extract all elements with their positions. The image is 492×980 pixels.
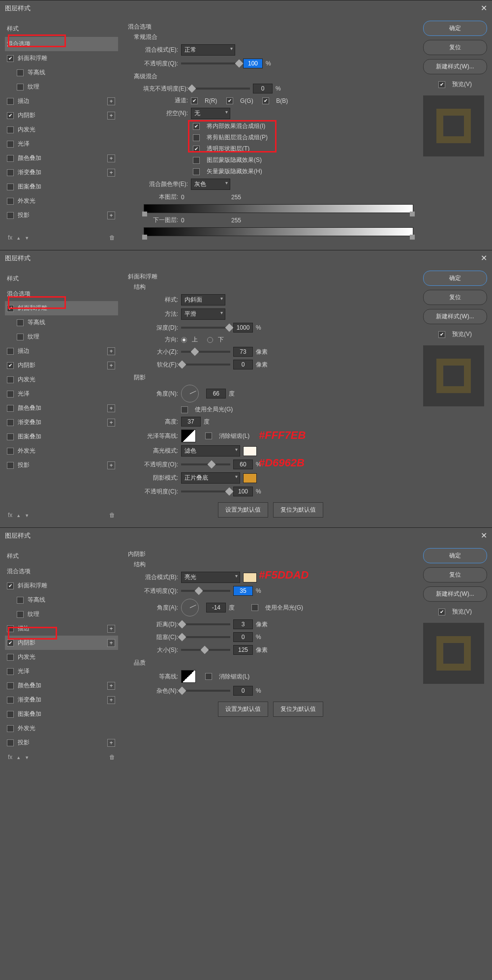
checkbox-icon[interactable] <box>7 305 14 312</box>
checkbox-icon[interactable] <box>17 84 24 91</box>
new-style-button[interactable]: 新建样式(W)... <box>423 309 487 324</box>
ok-button[interactable]: 确定 <box>423 21 487 36</box>
style-bevel[interactable]: 斜面和浮雕 <box>5 51 118 65</box>
style-satin[interactable]: 光泽 <box>5 664 118 678</box>
add-icon[interactable]: + <box>107 97 115 105</box>
close-icon[interactable]: ✕ <box>481 253 487 263</box>
style-pattern-overlay[interactable]: 图案叠加 <box>5 707 118 721</box>
opacity-value[interactable]: 100 <box>243 59 263 68</box>
blend-if-select[interactable]: 灰色 <box>191 179 230 190</box>
soften-slider[interactable] <box>181 364 230 366</box>
style-inner-shadow[interactable]: 内阴影+ <box>5 636 118 650</box>
style-drop-shadow[interactable]: 投影+ <box>5 735 118 750</box>
add-icon[interactable]: + <box>107 639 115 647</box>
preview-checkbox[interactable] <box>438 609 445 615</box>
close-icon[interactable]: ✕ <box>481 3 487 13</box>
opacity-slider[interactable] <box>181 590 230 592</box>
style-contour[interactable]: 等高线 <box>5 593 118 607</box>
move-down-icon[interactable] <box>25 234 29 241</box>
shadow-opacity-slider[interactable] <box>181 490 230 492</box>
add-icon[interactable]: + <box>107 154 115 162</box>
style-outer-glow[interactable]: 外发光 <box>5 721 118 735</box>
under-layer-gradient[interactable] <box>144 227 413 236</box>
opt-checkbox[interactable] <box>193 168 200 175</box>
style-outer-glow[interactable]: 外发光 <box>5 194 118 208</box>
checkbox-icon[interactable] <box>7 169 14 176</box>
cancel-button[interactable]: 复位 <box>423 290 487 305</box>
preview-checkbox[interactable] <box>438 81 445 88</box>
checkbox-icon[interactable] <box>7 98 14 105</box>
distance-slider[interactable] <box>181 623 230 625</box>
fx-menu[interactable]: fx <box>8 754 12 761</box>
blend-mode-select[interactable]: 正常 <box>181 44 235 56</box>
close-icon[interactable]: ✕ <box>481 531 487 540</box>
style-texture[interactable]: 纹理 <box>5 330 118 344</box>
cancel-button[interactable]: 复位 <box>423 567 487 582</box>
checkbox-icon[interactable] <box>7 198 14 205</box>
global-light-checkbox[interactable] <box>251 604 258 611</box>
altitude-value[interactable]: 37 <box>181 417 201 427</box>
style-drop-shadow[interactable]: 投影+ <box>5 458 118 472</box>
this-layer-gradient[interactable] <box>144 204 413 213</box>
style-blending-options[interactable]: 混合选项 <box>5 37 118 51</box>
noise-value[interactable]: 0 <box>233 686 253 696</box>
gloss-contour-swatch[interactable] <box>181 429 196 442</box>
fx-menu[interactable]: fx <box>8 234 12 241</box>
preview-checkbox[interactable] <box>438 331 445 338</box>
technique-select[interactable]: 平滑 <box>181 308 225 320</box>
add-icon[interactable]: + <box>107 682 115 690</box>
highlight-color-swatch[interactable] <box>243 446 257 456</box>
style-stroke[interactable]: 描边+ <box>5 344 118 358</box>
style-stroke[interactable]: 描边+ <box>5 94 118 108</box>
set-default-button[interactable]: 设置为默认值 <box>218 702 268 717</box>
move-up-icon[interactable] <box>16 234 21 241</box>
shadow-color-swatch[interactable] <box>243 473 257 483</box>
checkbox-icon[interactable] <box>7 184 14 190</box>
style-gradient-overlay[interactable]: 渐变叠加+ <box>5 415 118 429</box>
style-satin[interactable]: 光泽 <box>5 387 118 401</box>
bevel-style-select[interactable]: 内斜面 <box>181 294 225 306</box>
ok-button[interactable]: 确定 <box>423 271 487 286</box>
shadow-mode-select[interactable]: 正片叠底 <box>181 472 240 484</box>
add-icon[interactable]: + <box>107 362 115 369</box>
reset-default-button[interactable]: 复位为默认值 <box>273 702 323 717</box>
style-inner-glow[interactable]: 内发光 <box>5 122 118 137</box>
angle-dial[interactable] <box>181 385 199 402</box>
add-icon[interactable]: + <box>107 625 115 633</box>
angle-value[interactable]: -14 <box>206 603 226 612</box>
style-inner-shadow[interactable]: 内阴影+ <box>5 358 118 372</box>
checkbox-icon[interactable] <box>7 126 14 133</box>
move-down-icon[interactable] <box>25 754 29 761</box>
direction-up-radio[interactable] <box>181 337 187 343</box>
blend-mode-select[interactable]: 亮光 <box>181 572 240 583</box>
contour-swatch[interactable] <box>181 670 196 683</box>
size-value[interactable]: 125 <box>233 645 253 655</box>
style-gradient-overlay[interactable]: 渐变叠加+ <box>5 693 118 707</box>
checkbox-icon[interactable] <box>7 212 14 219</box>
reset-default-button[interactable]: 复位为默认值 <box>273 502 323 518</box>
style-inner-shadow[interactable]: 内阴影+ <box>5 108 118 122</box>
choke-value[interactable]: 0 <box>233 632 253 642</box>
antialias-checkbox[interactable] <box>205 432 212 439</box>
move-down-icon[interactable] <box>25 512 29 519</box>
fill-opacity-value[interactable]: 0 <box>253 84 273 93</box>
add-icon[interactable]: + <box>107 404 115 412</box>
checkbox-icon[interactable] <box>7 55 14 62</box>
size-value[interactable]: 73 <box>233 347 253 357</box>
highlight-opacity-value[interactable]: 60 <box>233 459 253 469</box>
style-inner-glow[interactable]: 内发光 <box>5 372 118 387</box>
noise-slider[interactable] <box>181 690 230 692</box>
style-drop-shadow[interactable]: 投影+ <box>5 208 118 222</box>
style-satin[interactable]: 光泽 <box>5 137 118 151</box>
add-icon[interactable]: + <box>107 112 115 120</box>
style-pattern-overlay[interactable]: 图案叠加 <box>5 429 118 444</box>
style-blending-options[interactable]: 混合选项 <box>5 564 118 579</box>
opt-checkbox[interactable] <box>193 134 200 141</box>
checkbox-icon[interactable] <box>7 155 14 162</box>
opacity-slider[interactable] <box>181 62 240 64</box>
style-color-overlay[interactable]: 颜色叠加+ <box>5 151 118 165</box>
trash-icon[interactable]: 🗑 <box>109 512 115 519</box>
style-texture[interactable]: 纹理 <box>5 607 118 621</box>
fill-opacity-slider[interactable] <box>191 88 250 90</box>
fx-menu[interactable]: fx <box>8 512 12 519</box>
